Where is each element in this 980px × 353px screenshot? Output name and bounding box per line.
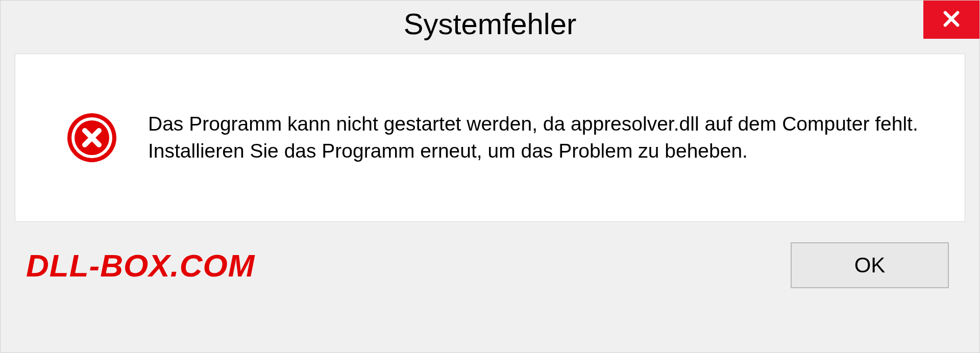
close-icon bbox=[941, 8, 962, 32]
error-icon bbox=[66, 112, 117, 163]
dialog-title: Systemfehler bbox=[404, 7, 576, 41]
content-panel: Das Programm kann nicht gestartet werden… bbox=[15, 54, 965, 222]
error-message: Das Programm kann nicht gestartet werden… bbox=[148, 111, 924, 164]
titlebar: Systemfehler bbox=[1, 1, 979, 46]
ok-button[interactable]: OK bbox=[791, 242, 949, 288]
ok-button-label: OK bbox=[854, 253, 886, 278]
error-dialog: Systemfehler Das Programm kann nicht ges… bbox=[0, 0, 980, 353]
close-button[interactable] bbox=[923, 1, 979, 39]
watermark-text: DLL-BOX.COM bbox=[26, 247, 255, 284]
dialog-footer: DLL-BOX.COM OK bbox=[1, 222, 979, 288]
